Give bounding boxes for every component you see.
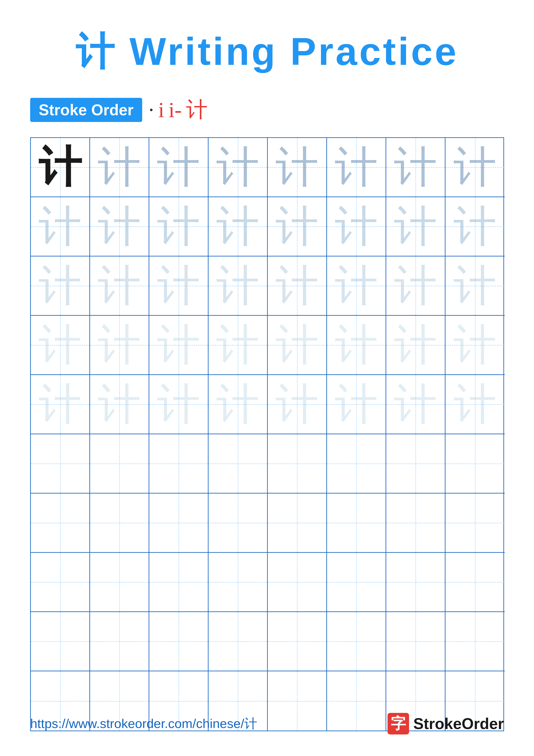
grid-cell-3-5: 计 [268, 256, 327, 316]
grid-cell-3-6: 计 [327, 256, 386, 316]
logo-icon: 字 [388, 713, 409, 735]
char-light4: 计 [157, 383, 200, 426]
grid-cell-7-6 [327, 494, 386, 553]
grid-cell-8-2 [90, 553, 149, 612]
grid-cell-7-7 [386, 494, 445, 553]
grid-cell-1-8: 计 [445, 138, 505, 197]
grid-cell-3-1: 计 [31, 256, 90, 316]
logo-text: StrokeOrder [413, 715, 504, 733]
grid-cell-9-2 [90, 612, 149, 671]
stroke-order-section: Stroke Order · i i- 计 [30, 95, 504, 124]
char-light1: 计 [98, 146, 141, 189]
char-light4: 计 [394, 383, 437, 426]
grid-row-9 [31, 612, 503, 671]
char-light3: 计 [275, 264, 318, 307]
grid-row-8 [31, 553, 503, 612]
char-light2: 计 [453, 205, 496, 248]
grid-cell-9-7 [386, 612, 445, 671]
char-light4: 计 [453, 383, 496, 426]
grid-cell-2-7: 计 [386, 197, 445, 256]
char-light4: 计 [216, 383, 259, 426]
char-dark: 计 [38, 146, 82, 189]
char-light4: 计 [216, 323, 259, 366]
char-light4: 计 [453, 323, 496, 366]
grid-cell-9-6 [327, 612, 386, 671]
grid-row-2: 计 计 计 计 计 计 计 计 [31, 197, 503, 256]
grid-cell-6-8 [445, 434, 505, 494]
grid-cell-6-6 [327, 434, 386, 494]
grid-cell-5-4: 计 [209, 375, 268, 434]
char-light1: 计 [335, 146, 378, 189]
char-light1: 计 [216, 146, 259, 189]
grid-cell-5-1: 计 [31, 375, 90, 434]
grid-cell-8-3 [149, 553, 209, 612]
char-light1: 计 [157, 146, 200, 189]
char-light2: 计 [275, 205, 318, 248]
grid-cell-7-4 [209, 494, 268, 553]
grid-cell-4-3: 计 [149, 316, 209, 375]
grid-cell-8-4 [209, 553, 268, 612]
stroke-sequence: · i i- 计 [149, 95, 208, 124]
char-light3: 计 [216, 264, 259, 307]
grid-cell-7-8 [445, 494, 505, 553]
char-light1: 计 [453, 146, 496, 189]
grid-cell-1-1: 计 [31, 138, 90, 197]
char-light3: 计 [394, 264, 437, 307]
grid-cell-9-4 [209, 612, 268, 671]
grid-cell-2-5: 计 [268, 197, 327, 256]
char-light4: 计 [98, 323, 141, 366]
char-light4: 计 [38, 383, 82, 426]
char-light2: 计 [216, 205, 259, 248]
page: 计 Writing Practice Stroke Order · i i- 计… [0, 0, 534, 756]
char-light3: 计 [453, 264, 496, 307]
grid-cell-5-5: 计 [268, 375, 327, 434]
grid-row-6 [31, 434, 503, 494]
char-light4: 计 [335, 383, 378, 426]
grid-cell-3-2: 计 [90, 256, 149, 316]
char-light2: 计 [98, 205, 141, 248]
char-light4: 计 [275, 323, 318, 366]
stroke-seq-3: i- [168, 97, 182, 122]
grid-cell-2-6: 计 [327, 197, 386, 256]
grid-cell-2-8: 计 [445, 197, 505, 256]
grid-cell-1-5: 计 [268, 138, 327, 197]
grid-cell-8-6 [327, 553, 386, 612]
char-light1: 计 [275, 146, 318, 189]
grid-row-1: 计 计 计 计 计 计 计 计 [31, 138, 503, 197]
grid-cell-5-7: 计 [386, 375, 445, 434]
stroke-seq-1: · [149, 97, 154, 122]
grid-row-7 [31, 494, 503, 553]
grid-cell-3-7: 计 [386, 256, 445, 316]
footer-logo: 字 StrokeOrder [388, 713, 504, 735]
char-light4: 计 [98, 383, 141, 426]
char-light2: 计 [394, 205, 437, 248]
grid-cell-9-8 [445, 612, 505, 671]
grid-cell-4-6: 计 [327, 316, 386, 375]
grid-cell-1-2: 计 [90, 138, 149, 197]
grid-cell-5-8: 计 [445, 375, 505, 434]
grid-cell-4-2: 计 [90, 316, 149, 375]
grid-cell-7-3 [149, 494, 209, 553]
footer: https://www.strokeorder.com/chinese/计 字 … [0, 713, 534, 735]
char-light1: 计 [394, 146, 437, 189]
grid-cell-3-4: 计 [209, 256, 268, 316]
char-light3: 计 [38, 264, 82, 307]
grid-cell-5-6: 计 [327, 375, 386, 434]
grid-cell-1-7: 计 [386, 138, 445, 197]
char-light4: 计 [335, 323, 378, 366]
grid-cell-7-2 [90, 494, 149, 553]
grid-cell-2-2: 计 [90, 197, 149, 256]
grid-cell-6-1 [31, 434, 90, 494]
grid-cell-8-8 [445, 553, 505, 612]
grid-cell-9-5 [268, 612, 327, 671]
grid-cell-1-6: 计 [327, 138, 386, 197]
footer-url: https://www.strokeorder.com/chinese/计 [30, 715, 257, 733]
grid-cell-3-8: 计 [445, 256, 505, 316]
grid-cell-5-2: 计 [90, 375, 149, 434]
grid-cell-4-4: 计 [209, 316, 268, 375]
grid-cell-9-1 [31, 612, 90, 671]
char-light3: 计 [157, 264, 200, 307]
stroke-seq-4: 计 [186, 95, 208, 124]
grid-cell-7-5 [268, 494, 327, 553]
grid-cell-6-5 [268, 434, 327, 494]
